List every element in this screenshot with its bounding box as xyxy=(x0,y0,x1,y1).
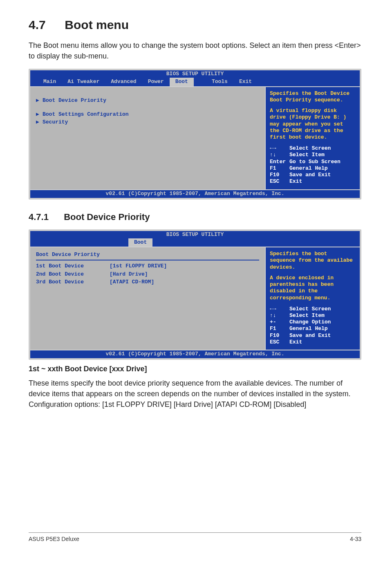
nav-key: ←→ xyxy=(270,145,289,152)
nav-key: F10 xyxy=(270,172,289,178)
subsection-number: 4.7.1 xyxy=(29,211,61,224)
footer-page-number: 4-33 xyxy=(350,535,361,543)
section-heading: 4.7 Boot menu xyxy=(29,16,361,34)
nav-label: Change Option xyxy=(289,319,331,325)
nav-key: ESC xyxy=(270,178,289,185)
nav-key: ←→ xyxy=(270,306,289,312)
bios-item-1st-boot-device[interactable]: 1st Boot Device [1st FLOPPY DRIVE] xyxy=(36,263,259,269)
nav-label: Go to Sub Screen xyxy=(289,159,341,165)
bios-help-text-2: A device enclosed in parenthesis has bee… xyxy=(270,275,356,301)
bios-tab-boot[interactable]: Boot xyxy=(128,238,152,247)
intro-paragraph: The Boot menu items allow you to change … xyxy=(29,40,361,61)
bios-screenshot-boot-menu: BIOS SETUP UTILITY Main Ai Tweaker Advan… xyxy=(29,69,361,200)
bios-item-label: Security xyxy=(43,119,68,126)
nav-label: General Help xyxy=(289,165,328,172)
bios-item-label: Boot Settings Configuration xyxy=(43,111,129,118)
subsection-heading: 4.7.1 Boot Device Priority xyxy=(29,211,361,224)
bios-tab-bar: Main Ai Tweaker Advanced Power Boot Tool… xyxy=(30,78,360,86)
bios-copyright-footer: v02.61 (C)Copyright 1985-2007, American … xyxy=(30,350,360,358)
nav-label: General Help xyxy=(289,325,328,332)
bios-help-text-2: A virtual floppy disk drive (Floppy Driv… xyxy=(270,108,356,141)
page-footer: ASUS P5E3 Deluxe 4-33 xyxy=(29,532,361,543)
bios-tab-boot[interactable]: Boot xyxy=(170,78,194,86)
bios-tab-tools[interactable]: Tools xyxy=(206,78,233,86)
bios-tab-bar: Boot xyxy=(30,238,360,247)
nav-key: ↑↓ xyxy=(270,152,289,158)
paragraph-title: 1st ~ xxth Boot Device [xxx Drive] xyxy=(29,364,361,374)
bios-item-security[interactable]: ▶ Security xyxy=(36,119,259,126)
nav-label: Save and Exit xyxy=(289,172,331,178)
bios-item-label: 1st Boot Device xyxy=(36,263,110,269)
footer-product-name: ASUS P5E3 Deluxe xyxy=(29,535,79,543)
bios-item-boot-device-priority[interactable]: ▶ Boot Device Priority xyxy=(36,97,259,104)
bios-item-label: 3rd Boot Device xyxy=(36,279,110,285)
bios-tab-exit[interactable]: Exit xyxy=(233,78,258,86)
nav-key: F10 xyxy=(270,332,289,339)
bios-item-3rd-boot-device[interactable]: 3rd Boot Device [ATAPI CD-ROM] xyxy=(36,279,259,285)
nav-label: Select Screen xyxy=(289,306,331,312)
bios-copyright-footer: v02.61 (C)Copyright 1985-2007, American … xyxy=(30,189,360,198)
bios-screenshot-boot-device-priority: BIOS SETUP UTILITY Boot Boot Device Prio… xyxy=(29,229,361,360)
bios-title: BIOS SETUP UTILITY xyxy=(30,231,360,238)
submenu-arrow-icon: ▶ xyxy=(36,119,43,126)
bios-item-value: [1st FLOPPY DRIVE] xyxy=(110,263,167,269)
paragraph-body: These items specify the boot device prio… xyxy=(29,378,361,410)
section-title-text: Boot menu xyxy=(65,18,129,31)
bios-item-label: 2nd Boot Device xyxy=(36,271,110,278)
bios-right-pane: Specifies the boot sequence from the ava… xyxy=(266,247,360,350)
nav-label: Exit xyxy=(289,178,302,185)
nav-key: F1 xyxy=(270,165,289,172)
nav-label: Save and Exit xyxy=(289,332,331,339)
nav-key: +- xyxy=(270,319,289,325)
bios-item-value: [ATAPI CD-ROM] xyxy=(110,279,154,285)
nav-key: F1 xyxy=(270,325,289,332)
bios-tab-ai-tweaker[interactable]: Ai Tweaker xyxy=(62,78,105,86)
nav-key: ↑↓ xyxy=(270,312,289,319)
bios-tab-advanced[interactable]: Advanced xyxy=(105,78,142,86)
bios-item-boot-settings-configuration[interactable]: ▶ Boot Settings Configuration xyxy=(36,111,259,118)
nav-label: Exit xyxy=(289,339,302,346)
subsection-title-text: Boot Device Priority xyxy=(64,212,150,222)
bios-tab-power[interactable]: Power xyxy=(142,78,170,86)
bios-nav-legend: ←→Select Screen ↑↓Select Item +-Change O… xyxy=(270,306,356,346)
submenu-arrow-icon: ▶ xyxy=(36,111,43,118)
bios-item-value: [Hard Drive] xyxy=(110,271,148,278)
nav-label: Select Item xyxy=(289,152,325,158)
bios-item-label: Boot Device Priority xyxy=(43,97,106,104)
bios-section-header: Boot Device Priority xyxy=(36,251,259,260)
bios-left-pane: Boot Device Priority 1st Boot Device [1s… xyxy=(30,247,266,350)
bios-title: BIOS SETUP UTILITY xyxy=(30,70,360,78)
submenu-arrow-icon: ▶ xyxy=(36,97,43,104)
bios-help-text-1: Specifies the Boot Device Boot Priority … xyxy=(270,90,356,104)
nav-label: Select Screen xyxy=(289,145,331,152)
nav-label: Select Item xyxy=(289,312,325,319)
nav-key: Enter xyxy=(270,159,289,165)
bios-item-2nd-boot-device[interactable]: 2nd Boot Device [Hard Drive] xyxy=(36,271,259,278)
bios-right-pane: Specifies the Boot Device Boot Priority … xyxy=(266,87,360,189)
bios-left-pane: ▶ Boot Device Priority ▶ Boot Settings C… xyxy=(30,87,266,189)
bios-help-text-1: Specifies the boot sequence from the ava… xyxy=(270,251,356,271)
bios-nav-legend: ←→Select Screen ↑↓Select Item EnterGo to… xyxy=(270,145,356,185)
section-number: 4.7 xyxy=(29,16,61,34)
bios-tab-main[interactable]: Main xyxy=(38,78,62,86)
nav-key: ESC xyxy=(270,339,289,346)
